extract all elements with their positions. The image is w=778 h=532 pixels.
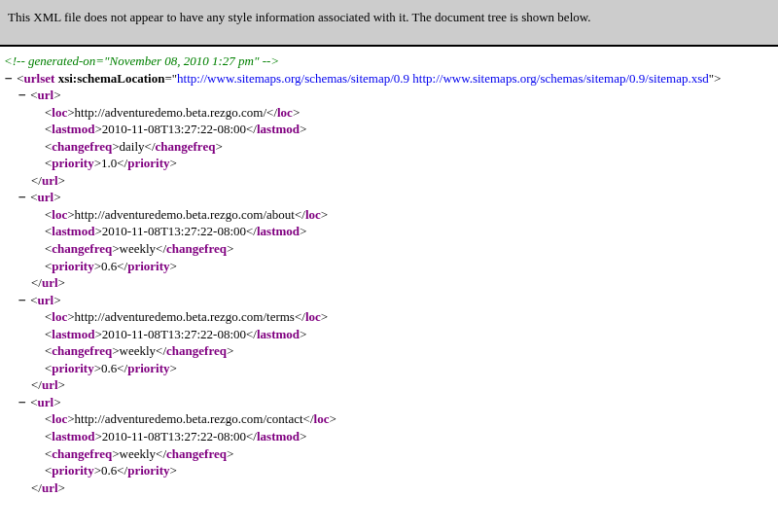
comment-text: <!-- generated-on="November 08, 2010 1:2… — [4, 53, 279, 68]
lastmod-value: 2010-11-08T13:27:22-08:00 — [102, 224, 246, 238]
loc-value: http://adventuredemo.beta.rezgo.com/term… — [75, 309, 295, 324]
loc-line: <loc>http://adventuredemo.beta.rezgo.com… — [4, 206, 774, 224]
tag-changefreq: changefreq — [52, 343, 112, 358]
tag-urlset: urlset — [24, 71, 55, 86]
toggle-icon[interactable]: − — [4, 70, 14, 88]
toggle-icon[interactable]: − — [18, 87, 27, 104]
loc-line: <loc>http://adventuredemo.beta.rezgo.com… — [4, 104, 774, 122]
tag-loc: loc — [52, 105, 67, 120]
lastmod-value: 2010-11-08T13:27:22-08:00 — [102, 327, 246, 341]
priority-line: <priority>0.6</priority> — [4, 360, 774, 377]
changefreq-value: weekly — [120, 343, 157, 358]
url-entry: − <url><loc>http://adventuredemo.beta.re… — [4, 87, 774, 189]
tag-url: url — [38, 395, 54, 409]
url-close: </url> — [4, 172, 774, 190]
loc-value: http://adventuredemo.beta.rezgo.com/cont… — [75, 411, 303, 426]
tag-lastmod: lastmod — [52, 327, 94, 341]
url-entry: − <url><loc>http://adventuredemo.beta.re… — [4, 394, 774, 496]
tag-loc: loc — [52, 207, 67, 222]
priority-value: 0.6 — [101, 463, 117, 478]
toggle-icon[interactable]: − — [18, 394, 27, 411]
url-open: − <url> — [4, 189, 774, 206]
changefreq-line: <changefreq>weekly</changefreq> — [4, 342, 774, 360]
tag-lastmod: lastmod — [52, 224, 94, 238]
attr-name: xsi:schemaLocation — [58, 71, 165, 86]
changefreq-value: daily — [120, 139, 145, 154]
attr-value: http://www.sitemaps.org/schemas/sitemap/… — [177, 71, 709, 86]
url-open: − <url> — [4, 87, 774, 104]
tag-changefreq: changefreq — [52, 446, 112, 461]
loc-value: http://adventuredemo.beta.rezgo.com/ — [75, 105, 266, 120]
priority-value: 1.0 — [101, 156, 117, 170]
priority-line: <priority>1.0</priority> — [4, 155, 774, 172]
tag-loc: loc — [52, 309, 67, 324]
url-open: − <url> — [4, 292, 774, 309]
toggle-icon[interactable]: − — [18, 189, 27, 206]
tag-priority: priority — [52, 463, 93, 478]
tag-lastmod: lastmod — [52, 429, 94, 443]
xml-comment: <!-- generated-on="November 08, 2010 1:2… — [4, 53, 774, 70]
lastmod-line: <lastmod>2010-11-08T13:27:22-08:00</last… — [4, 223, 774, 240]
lastmod-line: <lastmod>2010-11-08T13:27:22-08:00</last… — [4, 428, 774, 445]
url-entry: − <url><loc>http://adventuredemo.beta.re… — [4, 189, 774, 291]
tag-url: url — [38, 190, 54, 204]
banner-text: This XML file does not appear to have an… — [8, 10, 591, 24]
toggle-icon[interactable]: − — [18, 292, 27, 309]
tag-priority: priority — [52, 361, 93, 375]
url-open: − <url> — [4, 394, 774, 411]
url-close: </url> — [4, 376, 774, 394]
url-close: </url> — [4, 274, 774, 292]
lastmod-line: <lastmod>2010-11-08T13:27:22-08:00</last… — [4, 121, 774, 138]
loc-line: <loc>http://adventuredemo.beta.rezgo.com… — [4, 308, 774, 326]
loc-line: <loc>http://adventuredemo.beta.rezgo.com… — [4, 410, 774, 428]
tag-changefreq: changefreq — [52, 241, 112, 256]
xml-tree: <!-- generated-on="November 08, 2010 1:2… — [0, 47, 778, 502]
tag-priority: priority — [52, 156, 93, 170]
priority-value: 0.6 — [101, 259, 117, 273]
priority-line: <priority>0.6</priority> — [4, 258, 774, 275]
urlset-open: − <urlset xsi:schemaLocation="http://www… — [4, 70, 774, 88]
no-style-banner: This XML file does not appear to have an… — [0, 0, 778, 47]
changefreq-value: weekly — [120, 446, 157, 461]
lastmod-value: 2010-11-08T13:27:22-08:00 — [102, 122, 246, 136]
changefreq-line: <changefreq>weekly</changefreq> — [4, 445, 774, 463]
loc-value: http://adventuredemo.beta.rezgo.com/abou… — [75, 207, 295, 222]
url-close: </url> — [4, 479, 774, 497]
priority-line: <priority>0.6</priority> — [4, 462, 774, 479]
tag-lastmod: lastmod — [52, 122, 94, 136]
tag-priority: priority — [52, 259, 93, 273]
lastmod-value: 2010-11-08T13:27:22-08:00 — [102, 429, 246, 443]
tag-loc: loc — [52, 411, 67, 426]
priority-value: 0.6 — [101, 361, 117, 375]
lastmod-line: <lastmod>2010-11-08T13:27:22-08:00</last… — [4, 326, 774, 343]
tag-url: url — [38, 293, 54, 307]
tag-changefreq: changefreq — [52, 139, 112, 154]
url-entry: − <url><loc>http://adventuredemo.beta.re… — [4, 292, 774, 394]
url-entries: − <url><loc>http://adventuredemo.beta.re… — [4, 87, 774, 496]
tag-url: url — [38, 88, 54, 102]
changefreq-value: weekly — [120, 241, 157, 256]
changefreq-line: <changefreq>weekly</changefreq> — [4, 240, 774, 258]
changefreq-line: <changefreq>daily</changefreq> — [4, 138, 774, 156]
